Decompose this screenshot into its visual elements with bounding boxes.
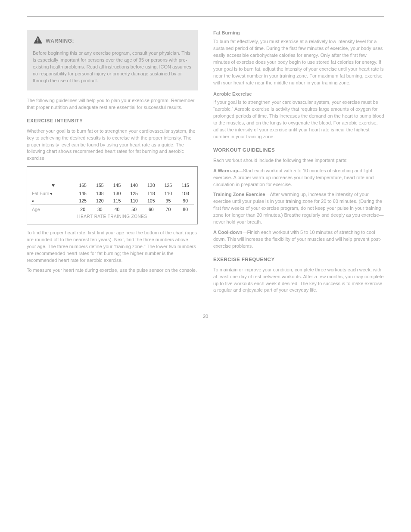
cell: 118 <box>143 190 160 197</box>
cell: 130 <box>143 181 160 190</box>
svg-rect-1 <box>37 42 38 43</box>
exercise-frequency-body: To maintain or improve your condition, c… <box>213 267 384 294</box>
exercise-intensity-heading: EXERCISE INTENSITY <box>27 117 198 124</box>
cooldown-para: A Cool-down—Finish each workout with 5 t… <box>213 229 384 250</box>
cell: 165 <box>74 181 91 190</box>
svg-rect-0 <box>37 38 38 41</box>
cell: 138 <box>91 190 109 197</box>
cell: 130 <box>109 190 126 197</box>
cell: 115 <box>177 181 194 190</box>
row-label: ♥ <box>31 181 74 190</box>
heart-rate-chart: ♥ 165 155 145 140 130 125 115 Fat Burn♥ <box>27 166 198 224</box>
cell: 80 <box>177 206 194 213</box>
cell: 125 <box>74 197 91 205</box>
top-rule <box>27 16 384 17</box>
table-row: ♥ 165 155 145 140 130 125 115 <box>31 181 194 190</box>
cell: 60 <box>143 206 160 213</box>
training-zone-label: Training Zone Exercise <box>213 192 265 197</box>
table-row: Age 20 30 40 50 60 70 80 <box>31 206 194 213</box>
cell: 105 <box>143 197 160 205</box>
intro-paragraph: The following guidelines will help you t… <box>27 97 198 111</box>
below-chart-para2: To measure your heart rate during exerci… <box>27 267 198 274</box>
table-row: Fat Burn♥ 145 138 130 125 118 110 103 <box>31 190 194 197</box>
cell: 125 <box>160 181 177 190</box>
warning-body: Before beginning this or any exercise pr… <box>33 50 192 84</box>
cell: 120 <box>91 197 109 205</box>
cell: 110 <box>160 190 177 197</box>
cell: 50 <box>125 206 143 213</box>
aerobic-heading: Aerobic Exercise <box>213 91 384 98</box>
heart-icon: ♥ <box>52 182 55 188</box>
left-column: WARNING: Before beginning this or any ex… <box>27 30 198 297</box>
page-number: 20 <box>27 314 384 319</box>
cell: 30 <box>91 206 109 213</box>
heart-icon: ♥ <box>50 192 52 196</box>
table-row: ♥ 125 120 115 110 105 95 90 <box>31 197 194 205</box>
chart-footer: HEART RATE TRAINING ZONES <box>31 213 194 221</box>
warning-icon <box>33 35 46 47</box>
warning-box: WARNING: Before beginning this or any ex… <box>27 30 198 90</box>
aerobic-body: If your goal is to strengthen your cardi… <box>213 99 384 140</box>
two-column-layout: WARNING: Before beginning this or any ex… <box>27 30 384 297</box>
cell: 145 <box>74 190 91 197</box>
intensity-paragraph: Whether your goal is to burn fat or to s… <box>27 128 198 162</box>
cell: 110 <box>125 197 143 205</box>
below-chart-para1: To find the proper heart rate, first fin… <box>27 230 198 264</box>
heart-rate-table: ♥ 165 155 145 140 130 125 115 Fat Burn♥ <box>31 181 194 221</box>
warmup-label: A Warm-up <box>213 168 238 173</box>
cell: 145 <box>109 181 126 190</box>
exercise-frequency-heading: EXERCISE FREQUENCY <box>213 256 384 263</box>
row-label: Fat Burn♥ <box>31 190 74 197</box>
cooldown-label: A Cool-down <box>213 230 242 235</box>
warning-heading: WARNING: <box>33 35 192 47</box>
cell: 20 <box>74 206 91 213</box>
workout-guidelines-heading: WORKOUT GUIDELINES <box>213 146 384 154</box>
cell: 140 <box>125 181 143 190</box>
fat-burning-body: To burn fat effectively, you must exerci… <box>213 38 384 87</box>
cell: 125 <box>125 190 143 197</box>
cell: 155 <box>91 181 109 190</box>
cell: 90 <box>177 197 194 205</box>
warmup-para: A Warm-up—Start each workout with 5 to 1… <box>213 168 384 188</box>
training-zone-para: Training Zone Exercise—After warming up,… <box>213 191 384 226</box>
heart-icon: ♥ <box>32 199 34 203</box>
cell: 95 <box>160 197 177 205</box>
row-label: ♥ <box>31 197 74 205</box>
right-column: Fat Burning To burn fat effectively, you… <box>213 30 384 297</box>
table-footer: HEART RATE TRAINING ZONES <box>31 213 194 221</box>
cell: 103 <box>177 190 194 197</box>
cell: 40 <box>109 206 126 213</box>
fat-burning-heading: Fat Burning <box>213 30 384 37</box>
row-label: Age <box>31 206 74 213</box>
workout-guidelines-intro: Each workout should include the followin… <box>213 157 384 164</box>
cell: 70 <box>160 206 177 213</box>
warning-label: WARNING: <box>46 37 74 45</box>
cell: 115 <box>109 197 126 205</box>
chart-title <box>31 171 194 178</box>
